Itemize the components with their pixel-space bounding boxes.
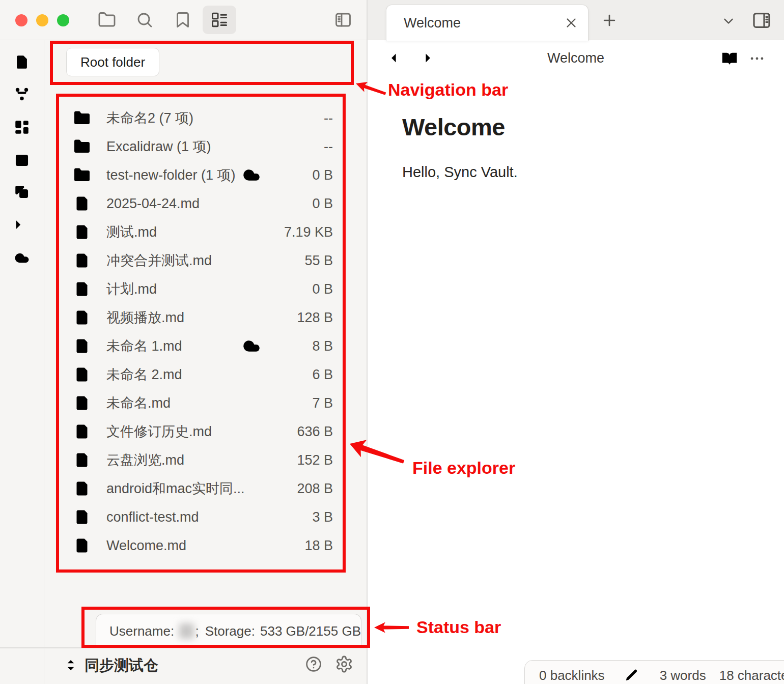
gear-icon[interactable] <box>335 655 353 673</box>
file-row[interactable]: 文件修订历史.md 636 B <box>44 417 367 446</box>
file-name: 未命名 2.md <box>106 365 182 384</box>
file-icon <box>73 280 91 298</box>
file-row[interactable]: 视频播放.md 128 B <box>44 303 367 332</box>
file-row[interactable]: 2025-04-24.md 0 B <box>44 189 367 218</box>
file-row[interactable]: 未命名2 (7 项) -- <box>44 104 367 132</box>
file-row[interactable]: conflict-test.md 3 B <box>44 503 367 531</box>
file-size: 6 B <box>273 367 333 383</box>
panel-right-icon[interactable] <box>751 10 772 31</box>
bookmark-icon[interactable] <box>174 11 192 29</box>
file-row[interactable]: 未命名 1.md 8 B <box>44 332 367 360</box>
file-icon <box>73 223 91 241</box>
file-row[interactable]: 云盘浏览.md 152 B <box>44 446 367 474</box>
file-size: 0 B <box>273 196 333 212</box>
file-size: 208 B <box>273 481 333 497</box>
file-row[interactable]: test-new-folder (1 项) 0 B <box>44 161 367 189</box>
file-row[interactable]: Excalidraw (1 项) -- <box>44 132 367 161</box>
pencil-icon[interactable] <box>624 668 639 683</box>
file-icon <box>73 251 91 270</box>
folder-icon <box>73 109 91 127</box>
file-size: 8 B <box>273 338 333 354</box>
file-icon <box>73 394 91 412</box>
file-row[interactable]: 测试.md 7.19 KB <box>44 218 367 246</box>
cloud-download-icon <box>241 165 262 185</box>
calendar-icon[interactable] <box>13 151 31 168</box>
layout-dashboard-icon[interactable] <box>13 119 31 136</box>
file-size: 0 B <box>273 281 333 297</box>
file-search-icon[interactable] <box>13 53 31 71</box>
root-folder-button[interactable]: Root folder <box>66 48 159 76</box>
traffic-light-zoom-button[interactable] <box>57 14 69 26</box>
file-name: 冲突合并测试.md <box>106 251 212 270</box>
file-name: 云盘浏览.md <box>106 451 184 469</box>
file-name: Welcome.md <box>106 538 186 554</box>
file-size: 7.19 KB <box>273 224 333 240</box>
new-tab-plus-icon[interactable] <box>601 12 618 29</box>
divider <box>44 40 44 684</box>
file-size: -- <box>273 139 333 155</box>
copy-icon[interactable] <box>13 183 31 201</box>
file-size: 0 B <box>273 167 333 183</box>
terminal-icon[interactable] <box>13 217 31 234</box>
file-name: conflict-test.md <box>106 509 199 525</box>
file-name: 计划.md <box>106 280 157 298</box>
username-label: Username: <box>109 623 174 639</box>
file-row[interactable]: 计划.md 0 B <box>44 275 367 303</box>
file-size: 55 B <box>273 253 333 269</box>
file-name: 未命名.md <box>106 394 171 412</box>
book-open-icon[interactable] <box>721 50 738 67</box>
file-row[interactable]: android和mac实时同... 208 B <box>44 474 367 503</box>
file-size: 7 B <box>273 395 333 411</box>
file-icon <box>73 536 91 555</box>
search-icon[interactable] <box>135 11 154 29</box>
tab-bar: Welcome <box>368 0 784 40</box>
more-options-icon[interactable] <box>748 50 766 67</box>
file-size: -- <box>273 110 333 126</box>
character-count[interactable]: 18 characters <box>719 668 784 683</box>
file-size: 18 B <box>273 538 333 554</box>
file-icon <box>73 194 91 213</box>
help-icon[interactable] <box>305 656 322 673</box>
storage-value: 533 GB/2155 GB <box>260 623 361 639</box>
backlinks-count[interactable]: 0 backlinks <box>539 668 605 683</box>
file-row[interactable]: Welcome.md 18 B <box>44 531 367 560</box>
word-count[interactable]: 3 words <box>660 668 706 683</box>
close-icon[interactable] <box>564 15 579 31</box>
tab-welcome[interactable]: Welcome <box>386 5 589 41</box>
file-name: Excalidraw (1 项) <box>106 137 211 156</box>
file-name: 测试.md <box>106 223 157 241</box>
annotation-arrow-icon <box>374 621 409 634</box>
file-size: 3 B <box>273 509 333 525</box>
file-icon <box>73 508 91 526</box>
cloud-icon[interactable] <box>13 249 31 267</box>
panel-left-icon[interactable] <box>334 11 352 29</box>
traffic-light-minimize-button[interactable] <box>36 14 48 26</box>
cloud-download-icon <box>241 336 262 356</box>
divider <box>0 40 367 40</box>
annotation-label-navigation-bar: Navigation bar <box>388 80 508 100</box>
traffic-light-close-button[interactable] <box>15 14 27 26</box>
username-redacted-value <box>179 623 194 639</box>
git-fork-icon[interactable] <box>13 86 31 103</box>
file-row[interactable]: 未命名 2.md 6 B <box>44 360 367 389</box>
file-name: 未命名 1.md <box>106 337 182 355</box>
editor-pane: Welcome Welcome <box>368 0 784 684</box>
app-window: Root folder 未命名2 (7 项) -- <box>0 0 784 684</box>
layout-list-icon[interactable] <box>203 6 236 34</box>
folder-icon[interactable] <box>98 11 116 29</box>
separator: ; <box>195 623 199 639</box>
file-name: 视频播放.md <box>106 308 184 327</box>
file-icon <box>73 451 91 469</box>
document-paragraph: Hello, Sync Vault. <box>402 164 518 181</box>
chevron-down-icon[interactable] <box>721 13 736 28</box>
folder-icon <box>73 137 91 156</box>
chevrons-up-down-icon[interactable] <box>63 658 78 673</box>
file-row[interactable]: 未命名.md 7 B <box>44 389 367 417</box>
file-name: android和mac实时同... <box>106 479 245 498</box>
vault-name[interactable]: 同步测试仓 <box>85 656 158 676</box>
file-name: 2025-04-24.md <box>106 196 200 212</box>
file-row[interactable]: 冲突合并测试.md 55 B <box>44 246 367 275</box>
left-pane: Root folder 未命名2 (7 项) -- <box>0 0 367 684</box>
vault-switcher-row: 同步测试仓 <box>0 648 367 684</box>
view-header: Welcome <box>368 40 784 76</box>
